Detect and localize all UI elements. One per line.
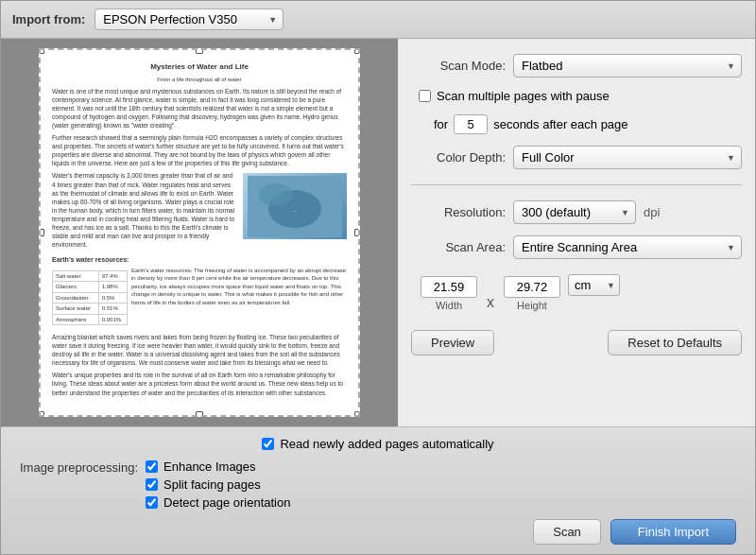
resolution-label: Resolution: [411,205,506,219]
multi-page-checkbox[interactable] [419,90,431,102]
scan-area-row: Scan Area: Entire Scanning Area Custom [411,235,742,259]
scan-mode-select-wrapper: Flatbed Document Feeder [513,54,742,78]
doc-subtitle: From a life throughout all of water [52,76,347,83]
svg-text:~: ~ [293,207,298,216]
height-label: Height [517,300,547,311]
doc-body5: Amazing blanket which saves rivers and l… [52,333,347,367]
seconds-input[interactable] [454,114,488,134]
earth-resources-heading: Earth's water resources: [52,255,347,265]
resources-table: Salt water97.4% Glaciers1.98% Groundwate… [52,270,128,325]
finish-import-button[interactable]: Finish Import [610,519,736,545]
bottom-options: Read newly added pages automatically Ima… [20,437,736,510]
read-pages-label: Read newly added pages automatically [280,437,493,451]
doc-title: Mysteries of Water and Life [52,61,347,72]
bottom-bar: Read newly added pages automatically Ima… [1,426,755,554]
detect-orientation-checkbox[interactable] [146,496,158,509]
top-bar: Import from: EPSON Perfection V350 [1,1,755,39]
handle-middle-right[interactable] [354,229,360,236]
height-input[interactable] [504,276,560,298]
handle-bottom-left[interactable] [39,411,44,417]
scanner-select[interactable]: EPSON Perfection V350 [94,9,284,30]
width-input[interactable] [421,276,477,298]
scan-mode-label: Scan Mode: [411,59,506,73]
water-image: ~ [243,173,347,239]
preview-button[interactable]: Preview [411,330,494,356]
width-col: Width [421,276,477,311]
enhance-images-label: Enhance Images [163,460,256,474]
handle-bottom-middle[interactable] [196,411,203,417]
enhance-images-checkbox[interactable] [146,460,158,473]
detect-orientation-label: Detect page orientation [163,495,290,510]
seconds-label: seconds after each page [493,117,627,131]
action-buttons-row: Preview Reset to Defaults [411,330,742,356]
resolution-row: Resolution: 75 150 300 (default) 600 120… [411,200,742,224]
unit-select-wrapper: cm inches pixels [568,274,620,296]
preprocessing-label: Image preprocessing: [20,460,138,475]
preprocessing-checks: Enhance Images Split facing pages Detect… [146,460,290,510]
for-label: for [434,117,448,131]
document-preview: Mysteries of Water and Life From a life … [41,50,358,411]
scan-mode-select[interactable]: Flatbed Document Feeder [513,54,742,78]
preview-panel: Mysteries of Water and Life From a life … [1,39,398,426]
scan-area-select[interactable]: Entire Scanning Area Custom [513,235,742,259]
image-preprocessing-row: Image preprocessing: Enhance Images Spli… [20,460,736,510]
enhance-images-row: Enhance Images [146,460,290,474]
resolution-select[interactable]: 75 150 300 (default) 600 1200 [513,200,636,224]
color-depth-select-wrapper: Full Color Grayscale Black & White [513,146,742,169]
import-label: Import from: [12,12,85,26]
split-facing-label: Split facing pages [163,477,261,492]
multi-page-seconds-row: for seconds after each page [411,114,742,134]
scan-area-label: Scan Area: [411,240,506,254]
scan-area-select-wrapper: Entire Scanning Area Custom [513,235,742,259]
detect-orientation-row: Detect page orientation [146,495,290,510]
dimensions-container: Width x Height cm inches pixels [411,270,742,311]
unit-select[interactable]: cm inches pixels [568,274,620,296]
handle-top-right[interactable] [354,48,360,54]
main-content: Mysteries of Water and Life From a life … [1,39,755,426]
doc-body6: Water's unique properties and its role i… [52,371,347,396]
divider1 [411,184,742,185]
handle-middle-left[interactable] [39,229,44,236]
split-facing-checkbox[interactable] [146,478,158,491]
svg-point-2 [259,183,293,206]
import-dialog: Import from: EPSON Perfection V350 Myst [0,0,756,555]
scan-button[interactable]: Scan [533,519,601,545]
height-col: Height [504,276,560,311]
scan-mode-row: Scan Mode: Flatbed Document Feeder [411,54,742,78]
table-section: Salt water97.4% Glaciers1.98% Groundwate… [52,267,347,329]
doc-body2: Further research showed that a seemingly… [52,133,347,167]
bottom-actions: Scan Finish Import [20,519,736,545]
color-depth-select[interactable]: Full Color Grayscale Black & White [513,146,742,169]
color-depth-row: Color Depth: Full Color Grayscale Black … [411,146,742,169]
read-pages-checkbox[interactable] [262,438,274,450]
doc-body1: Water is one of the most unique and myst… [52,87,347,130]
scanner-select-wrapper: EPSON Perfection V350 [94,9,284,30]
scan-preview: Mysteries of Water and Life From a life … [39,48,360,417]
settings-panel: Scan Mode: Flatbed Document Feeder Scan … [398,39,755,426]
split-facing-row: Split facing pages [146,477,290,492]
doc-section2: ~ Water's thermal capacity is 3,000 time… [52,171,347,251]
handle-top-left[interactable] [39,48,44,54]
dimensions-row: Width x Height cm inches pixels [421,274,742,311]
color-depth-label: Color Depth: [411,150,506,165]
read-pages-row: Read newly added pages automatically [20,437,736,451]
multi-page-label: Scan multiple pages with pause [437,89,610,103]
handle-bottom-right[interactable] [354,411,360,417]
read-pages-checkbox-row: Read newly added pages automatically [262,437,493,451]
reset-button[interactable]: Reset to Defaults [608,330,742,356]
handle-top-middle[interactable] [196,48,203,54]
dimension-separator: x [487,292,494,311]
width-label: Width [436,300,462,311]
multi-page-row: Scan multiple pages with pause [411,89,742,103]
resolution-select-wrapper: 75 150 300 (default) 600 1200 [513,200,636,224]
doc-body4: Earth's water resources: The freezing of… [131,267,347,326]
dpi-label: dpi [644,205,660,219]
